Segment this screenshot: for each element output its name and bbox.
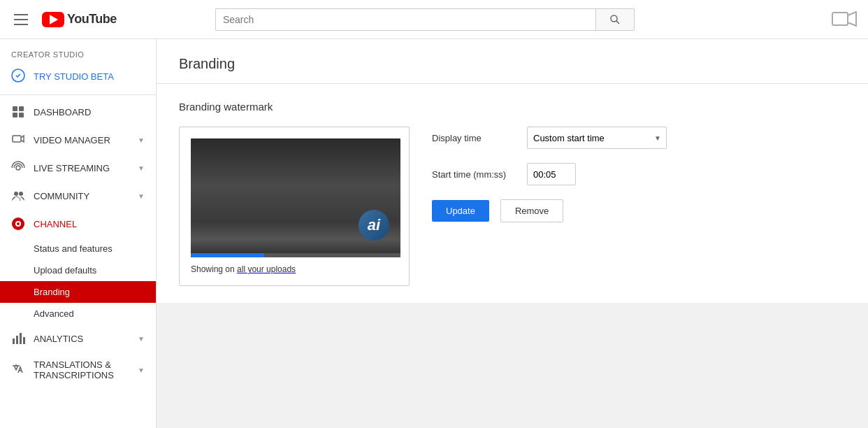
analytics-label: ANALYTICS — [34, 334, 83, 344]
sidebar-item-community[interactable]: COMMUNITY ▼ — [0, 182, 156, 210]
card-showing-link[interactable]: all your uploads — [237, 264, 296, 274]
live-streaming-icon — [11, 161, 25, 175]
header: YouTube — [0, 0, 868, 39]
community-icon — [11, 189, 25, 203]
try-studio-icon — [11, 69, 25, 85]
sidebar-item-translations[interactable]: TRANSLATIONS & TRANSCRIPTIONS ▼ — [0, 352, 156, 387]
display-time-label: Display time — [432, 133, 516, 143]
card-showing-text: Showing on — [191, 264, 235, 274]
sidebar-subitem-upload-defaults[interactable]: Upload defaults — [0, 259, 156, 281]
page-title: Branding — [179, 56, 846, 72]
sidebar-subitem-branding[interactable]: Branding — [0, 281, 156, 303]
channel-icon — [11, 217, 25, 231]
svg-rect-7 — [13, 113, 17, 117]
display-time-select[interactable]: Throughout video End of video Custom sta… — [527, 127, 667, 149]
svg-marker-3 — [848, 12, 856, 26]
svg-rect-8 — [19, 113, 24, 117]
dashboard-label: DASHBOARD — [34, 107, 91, 117]
start-time-row: Start time (mm:ss) — [432, 163, 667, 185]
controls-area: Display time Throughout video End of vid… — [432, 127, 667, 222]
analytics-icon — [11, 331, 25, 345]
sidebar-divider-1 — [0, 94, 156, 95]
video-progress-bar — [191, 253, 400, 257]
svg-rect-19 — [23, 337, 25, 344]
svg-rect-16 — [13, 338, 15, 344]
search-input[interactable] — [215, 8, 595, 31]
app-layout: CREATOR STUDIO TRY STUDIO BETA — [0, 39, 868, 428]
title-divider — [157, 83, 868, 84]
sidebar-item-analytics[interactable]: ANALYTICS ▼ — [0, 324, 156, 352]
svg-rect-17 — [16, 336, 18, 344]
video-progress-fill — [191, 253, 264, 257]
action-buttons-row: Update Remove — [432, 199, 667, 222]
update-button[interactable]: Update — [432, 200, 489, 222]
try-studio-label: TRY STUDIO BETA — [34, 71, 114, 82]
content-panel: Branding Branding watermark ai Showing o… — [157, 39, 868, 303]
search-button[interactable] — [595, 8, 635, 31]
dashboard-icon — [11, 105, 25, 119]
live-streaming-label: LIVE STREAMING — [34, 163, 110, 173]
search-icon — [609, 13, 621, 26]
channel-label: CHANNEL — [34, 219, 77, 229]
watermark-logo: ai — [359, 210, 389, 241]
youtube-wordmark: YouTube — [67, 12, 117, 27]
analytics-chevron: ▼ — [138, 335, 145, 343]
svg-point-11 — [14, 192, 18, 196]
sidebar-item-try-studio[interactable]: TRY STUDIO BETA — [0, 62, 156, 92]
video-manager-icon — [11, 133, 25, 147]
sidebar: CREATOR STUDIO TRY STUDIO BETA — [0, 39, 157, 428]
main-content: Branding Branding watermark ai Showing o… — [157, 39, 868, 428]
svg-rect-2 — [832, 13, 848, 25]
translations-label: TRANSLATIONS & TRANSCRIPTIONS — [34, 359, 129, 380]
display-time-select-wrapper: Throughout video End of video Custom sta… — [527, 127, 667, 149]
upload-button[interactable] — [832, 11, 857, 28]
branding-content-row: ai Showing on all your uploads Display — [179, 127, 846, 286]
svg-point-0 — [611, 15, 617, 22]
svg-rect-18 — [20, 333, 22, 344]
hamburger-menu[interactable] — [11, 11, 31, 28]
svg-rect-9 — [13, 136, 21, 142]
sidebar-item-live-streaming[interactable]: LIVE STREAMING ▼ — [0, 154, 156, 182]
header-right — [832, 11, 857, 28]
live-streaming-chevron: ▼ — [138, 164, 145, 172]
translations-icon — [11, 363, 25, 377]
creator-studio-title: CREATOR STUDIO — [0, 39, 156, 62]
header-left: YouTube — [11, 11, 117, 28]
svg-point-12 — [19, 192, 23, 196]
svg-rect-5 — [13, 106, 17, 111]
start-time-label: Start time (mm:ss) — [432, 169, 516, 180]
watermark-preview: ai — [191, 138, 400, 257]
video-manager-label: VIDEO MANAGER — [34, 135, 110, 145]
youtube-icon-red — [42, 12, 64, 27]
community-chevron: ▼ — [138, 192, 145, 200]
card-showing-label: Showing on all your uploads — [191, 264, 398, 274]
youtube-logo[interactable]: YouTube — [42, 12, 117, 27]
start-time-input[interactable] — [527, 163, 576, 185]
video-manager-chevron: ▼ — [138, 136, 145, 144]
sidebar-item-video-manager[interactable]: VIDEO MANAGER ▼ — [0, 126, 156, 154]
sidebar-item-dashboard[interactable]: DASHBOARD — [0, 98, 156, 126]
sidebar-subitem-advanced[interactable]: Advanced — [0, 303, 156, 324]
upload-video-icon — [832, 11, 857, 28]
svg-line-1 — [616, 20, 619, 23]
display-time-row: Display time Throughout video End of vid… — [432, 127, 667, 149]
svg-point-10 — [16, 166, 20, 170]
youtube-play-icon — [50, 15, 58, 24]
branding-card: ai Showing on all your uploads — [179, 127, 410, 286]
search-bar — [215, 8, 635, 31]
translations-chevron: ▼ — [138, 366, 145, 374]
sidebar-subitem-status-features[interactable]: Status and features — [0, 238, 156, 259]
svg-point-15 — [17, 222, 20, 225]
sidebar-item-channel[interactable]: CHANNEL — [0, 210, 156, 238]
section-title: Branding watermark — [179, 101, 846, 113]
community-label: COMMUNITY — [34, 191, 89, 201]
remove-button[interactable]: Remove — [500, 199, 563, 222]
svg-rect-6 — [19, 106, 24, 111]
